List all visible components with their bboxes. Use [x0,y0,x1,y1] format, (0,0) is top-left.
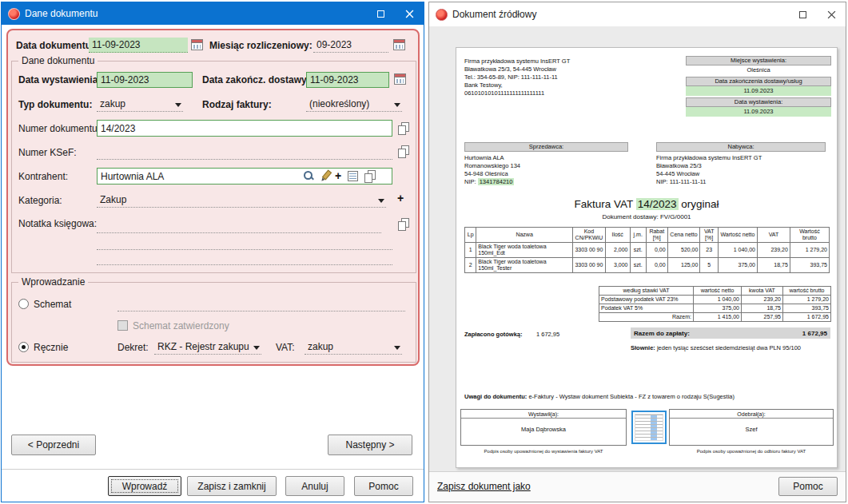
items-header-cell: Nazwa [476,228,573,243]
attachment-thumbnail[interactable] [631,411,667,444]
vat-summary-header-cell: wartość brutto [783,287,831,296]
item-vat-rate-cell: 23 [700,243,718,258]
invoice-seller-block: Sprzedawca: Hurtownia ALA Romanowskiego … [464,142,628,186]
edit-icon[interactable] [320,170,331,181]
vat-summary-row: Podatek VAT 5% 375,00 18,75 393,75 [599,304,831,313]
invoice-page: Firma przykładowa systemu InsERT GT Bław… [456,47,838,468]
document-data-group: Dane dokumentu Data wystawienia: 11-09-2… [11,61,416,273]
left-window-title: Dane dokumentu [25,8,98,19]
add-category-icon[interactable]: + [397,192,404,204]
calendar-icon[interactable] [393,39,405,50]
paid-cash-label: Zapłacono gotówką: [464,331,523,338]
item-lp-cell: 1 [465,243,476,258]
delivery-end-date-field[interactable]: 11-09-2023 [306,72,389,88]
calendar-icon[interactable] [394,73,406,85]
item-vat-cell: 239,20 [757,243,790,258]
app-icon [436,9,448,21]
total-due-bar: Razem do zapłaty: 1 672,95 [631,327,830,339]
schema-approved-checkbox[interactable] [117,320,128,331]
seller-line: 54-948 Oleśnica [464,170,628,178]
items-header-cell: Ilość [605,228,630,243]
buyer-line: Firma przykładowa systemu InsERT GT [656,154,826,162]
decree-dropdown[interactable]: RKZ - Rejestr zakupu [154,339,261,355]
cancel-button[interactable]: Anuluj [285,476,344,496]
document-data-window: Dane dokumentu Data dokumentu: 11-09-202… [1,2,424,502]
close-button[interactable] [395,2,424,25]
calendar-icon[interactable] [191,39,203,50]
vat-total-gross-cell: 1 672,95 [783,313,831,322]
seller-nip-line: NIP: 1341784210 [464,178,628,186]
help-button[interactable]: Pomoc [778,477,838,496]
desktop: Dane dokumentu Data dokumentu: 11-09-202… [0,0,848,504]
item-discount-cell: 0,00 [646,243,667,258]
document-number-label: Numer dokumentu: [18,123,100,134]
buyer-line: Bławatkowa 25/3 [656,162,826,170]
item-vat-rate-cell: 5 [700,258,718,273]
copy-icon[interactable] [397,122,409,134]
items-header-cell: j.m. [630,228,646,243]
accounting-note-field-line1[interactable] [97,218,381,233]
item-unit-cell: szt. [630,243,646,258]
enter-button[interactable]: Wprowadź [108,476,181,496]
vat-rate-label-cell: Podstawowy podatek VAT 23% [599,296,694,304]
issued-signature-box: Wystawił(a): Maja Dąbrowska [460,409,627,446]
schema-radio[interactable] [18,299,29,309]
manual-radio[interactable] [18,342,29,352]
delivery-end-date-label: Data zakończ. dostawy: [202,74,310,85]
vat-summary-header-cell: wartość netto [694,287,742,296]
vat-label: VAT: [276,342,295,353]
list-icon[interactable] [348,171,358,181]
items-header-cell: Cena netto [667,228,700,243]
copy-icon[interactable] [364,170,376,182]
maximize-button[interactable] [366,2,395,25]
meta-delivery-date-value: 11.09.2023 [686,86,831,96]
dropdown-arrow-icon [394,103,400,107]
manual-radio-label: Ręcznie [34,342,68,353]
previous-button[interactable]: < Poprzedni [11,435,96,455]
close-button[interactable] [817,2,846,26]
issue-date-field[interactable]: 11-09-2023 [97,72,193,88]
copy-icon[interactable] [397,218,409,230]
source-document-window: Dokument źródłowy Firma przykładowa syst… [428,2,846,502]
search-icon[interactable] [303,170,314,181]
settlement-month-field[interactable]: 09-2023 [313,38,388,53]
accounting-note-field-line3[interactable] [97,250,392,265]
settlement-month-label: Miesiąc rozliczeniowy: [209,40,313,51]
save-and-close-button[interactable]: Zapisz i zamknij [187,476,277,496]
items-header-cell: Wartość netto [718,228,757,243]
items-header-cell: VAT [%] [700,228,718,243]
footer-separator [2,469,424,470]
dropdown-arrow-icon [378,199,384,203]
close-icon [827,10,836,19]
schema-field[interactable] [117,296,405,312]
document-type-dropdown[interactable]: zakup [97,97,183,112]
document-date-field[interactable]: 11-09-2023 [89,38,188,53]
next-button[interactable]: Następny > [328,435,412,455]
invoice-subtitle: Dokument dostawy: FV/G/0001 [456,213,837,220]
category-dropdown[interactable]: Zakup [97,192,386,208]
item-row: 2 Black Tiger woda toaletowa 150ml_Teste… [465,258,830,273]
vat-summary-total-row: Razem: 1 415,00 257,95 1 672,95 [599,313,831,322]
right-window-title: Dokument źródłowy [452,9,536,20]
save-document-as-link[interactable]: Zapisz dokument jako [437,481,531,492]
buyer-line: NIP: 111-111-11-11 [656,178,826,186]
maximize-button[interactable] [788,2,817,26]
help-button[interactable]: Pomoc [354,476,413,496]
dropdown-arrow-icon [394,346,400,350]
item-gross-cell: 393,75 [790,258,829,273]
accounting-note-label: Notatka księgowa: [18,218,97,229]
right-title-bar: Dokument źródłowy [429,2,846,26]
vat-total-label-cell: Razem: [599,313,694,322]
ksef-number-label: Numer KSeF: [18,147,77,158]
add-contractor-icon[interactable]: + [335,170,341,181]
vat-summary-header-cell: według stawki VAT [599,287,694,296]
document-notes: Uwagi do dokumentu: e-Faktury - Wystaw d… [464,393,824,400]
ksef-number-field[interactable] [97,145,392,160]
vat-net-cell: 1 040,00 [694,296,742,304]
invoice-kind-dropdown[interactable]: (nieokreślony) [306,97,402,112]
document-number-field[interactable]: 14/2023 [97,120,392,137]
vat-dropdown[interactable]: zakup [305,339,402,355]
invoice-kind-label: Rodzaj faktury: [202,99,272,110]
copy-icon[interactable] [397,145,409,157]
accounting-note-field-line2[interactable] [97,235,392,250]
